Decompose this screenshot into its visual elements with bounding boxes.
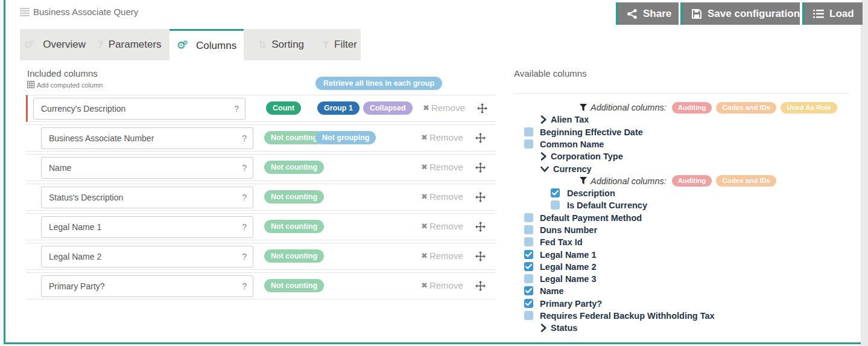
additional-columns-label: Additional columns: xyxy=(591,176,667,186)
pill-group: Not counting xyxy=(264,249,324,263)
help-icon[interactable]: ? xyxy=(242,281,247,291)
help-icon[interactable]: ? xyxy=(242,193,247,202)
checkbox[interactable] xyxy=(524,225,533,234)
tab-label: Columns xyxy=(196,40,236,52)
drag-handle[interactable] xyxy=(475,162,486,173)
tree-leaf-label: Beginning Effective Date xyxy=(540,127,643,138)
gears-icon: ⚙⚙ xyxy=(24,40,38,50)
tree-branch-corporation-type[interactable]: Corporation Type xyxy=(514,150,852,162)
pill-not-counting[interactable]: Not counting xyxy=(264,279,324,292)
pill-not-counting[interactable]: Not counting xyxy=(264,190,324,203)
checkbox[interactable] xyxy=(551,200,560,210)
pill-count[interactable]: Count xyxy=(266,101,301,115)
tree-branch-alien-tax[interactable]: Alien Tax xyxy=(514,114,852,126)
checkbox[interactable] xyxy=(551,188,560,197)
included-columns-heading: Included columns xyxy=(27,68,98,78)
add-computed-column-label: Add computed column xyxy=(37,82,103,89)
tab-overview[interactable]: ⚙⚙Overview xyxy=(20,29,89,60)
pill-not-counting[interactable]: Not counting xyxy=(264,220,324,233)
tree-leaf-label: Legal Name 2 xyxy=(540,261,597,272)
tree-branch-currency[interactable]: Currency xyxy=(514,162,852,175)
help-icon[interactable]: ? xyxy=(242,133,247,143)
checkbox[interactable] xyxy=(524,286,533,295)
tree-leaf-label: Primary Party? xyxy=(540,298,602,309)
tab-parameters[interactable]: ?Parameters xyxy=(89,29,169,60)
column-name-input[interactable]: Primary Party?? xyxy=(41,275,253,297)
filter-pill-codes[interactable]: Codes and IDs xyxy=(716,175,776,187)
retrieve-all-lines-toggle[interactable]: Retrieve all lines in each group xyxy=(315,77,442,90)
filter-pill-codes[interactable]: Codes and IDs xyxy=(716,102,776,114)
checkbox[interactable] xyxy=(524,274,533,283)
checkbox[interactable] xyxy=(524,127,533,136)
share-icon xyxy=(627,8,638,19)
column-name-input[interactable]: Legal Name 2? xyxy=(41,246,253,268)
drag-handle[interactable] xyxy=(475,281,486,291)
tab-filter[interactable]: Filter xyxy=(318,29,361,60)
remove-button[interactable]: ✖Remove xyxy=(423,103,465,113)
column-name-input[interactable]: Name? xyxy=(41,157,253,179)
tree-leaf-label: Legal Name 3 xyxy=(540,274,597,284)
checkbox[interactable] xyxy=(524,237,533,246)
tab-columns[interactable]: ⚙⚙Columns xyxy=(169,29,244,60)
page-title: Business Associate Query xyxy=(33,7,138,17)
checkbox[interactable] xyxy=(524,299,533,308)
move-icon xyxy=(475,223,486,234)
button-label: Load xyxy=(829,8,854,20)
remove-button[interactable]: ✖Remove xyxy=(421,162,463,172)
drag-handle[interactable] xyxy=(477,103,487,114)
button-save-configuration[interactable]: Save configuration xyxy=(680,2,800,25)
help-icon[interactable]: ? xyxy=(242,163,247,173)
checkbox[interactable] xyxy=(524,139,533,149)
tree-branch-label: Currency xyxy=(553,164,592,174)
pill-group[interactable]: Group 1 xyxy=(317,101,360,115)
button-load[interactable]: Load xyxy=(802,2,863,25)
drag-handle[interactable] xyxy=(475,192,486,202)
additional-columns-row: Additional columns:AuditingCodes and IDs xyxy=(514,175,852,187)
chevron-right-icon xyxy=(540,116,546,126)
column-name-input[interactable]: Business Associate Number? xyxy=(41,127,253,149)
included-column-row: Legal Name 2?Not counting✖Remove xyxy=(26,243,495,270)
remove-button[interactable]: ✖Remove xyxy=(421,221,463,231)
tree-leaf-label: Fed Tax Id xyxy=(540,237,583,248)
tree-branch-status[interactable]: Status xyxy=(514,322,852,334)
checkbox[interactable] xyxy=(524,262,533,271)
tree-leaf-label: Name xyxy=(540,286,564,296)
remove-button[interactable]: ✖Remove xyxy=(421,191,463,202)
remove-button[interactable]: ✖Remove xyxy=(421,251,463,261)
remove-label: Remove xyxy=(429,162,463,172)
tab-label: Overview xyxy=(43,39,86,51)
checkbox[interactable] xyxy=(524,250,533,259)
filter-pill-auditing[interactable]: Auditing xyxy=(672,102,712,114)
help-icon[interactable]: ? xyxy=(242,222,247,232)
checkbox[interactable] xyxy=(524,213,533,222)
checkbox[interactable] xyxy=(524,311,533,320)
add-computed-column-link[interactable]: Add computed column xyxy=(27,81,103,89)
remove-button[interactable]: ✖Remove xyxy=(421,132,463,143)
checkmark-icon xyxy=(525,252,532,257)
button-share[interactable]: Share xyxy=(616,2,679,25)
pill-not-counting[interactable]: Not counting xyxy=(264,161,324,174)
included-column-row: Currency's Description?CountGroup 1Colla… xyxy=(26,95,495,122)
drag-handle[interactable] xyxy=(475,133,486,143)
tab-label: Filter xyxy=(334,39,357,51)
close-icon: ✖ xyxy=(421,222,428,231)
tree-leaf-label: Duns Number xyxy=(540,225,597,235)
column-name-input[interactable]: Currency's Description? xyxy=(33,98,246,120)
column-name-input[interactable]: Legal Name 1? xyxy=(41,216,253,238)
drag-handle[interactable] xyxy=(475,222,486,232)
tab-sorting[interactable]: ⇅Sorting xyxy=(244,29,318,60)
column-name-input[interactable]: Status's Description? xyxy=(41,187,253,208)
pill-not-counting[interactable]: Not counting xyxy=(264,249,324,263)
pill-collapsed[interactable]: Collapsed xyxy=(363,101,413,115)
tree-leaf-primary-party-: Primary Party? xyxy=(514,298,852,310)
drag-handle[interactable] xyxy=(475,251,486,261)
remove-button[interactable]: ✖Remove xyxy=(421,280,463,290)
filter-pill-auditing[interactable]: Auditing xyxy=(672,175,712,187)
move-icon xyxy=(475,135,486,145)
tree-leaf-name: Name xyxy=(514,285,852,297)
help-icon[interactable]: ? xyxy=(234,104,239,114)
filter-pill-role[interactable]: Used As Role xyxy=(781,102,837,114)
pill-not-grouping[interactable]: Not grouping xyxy=(315,131,376,144)
move-icon xyxy=(475,283,486,293)
help-icon[interactable]: ? xyxy=(242,252,247,261)
